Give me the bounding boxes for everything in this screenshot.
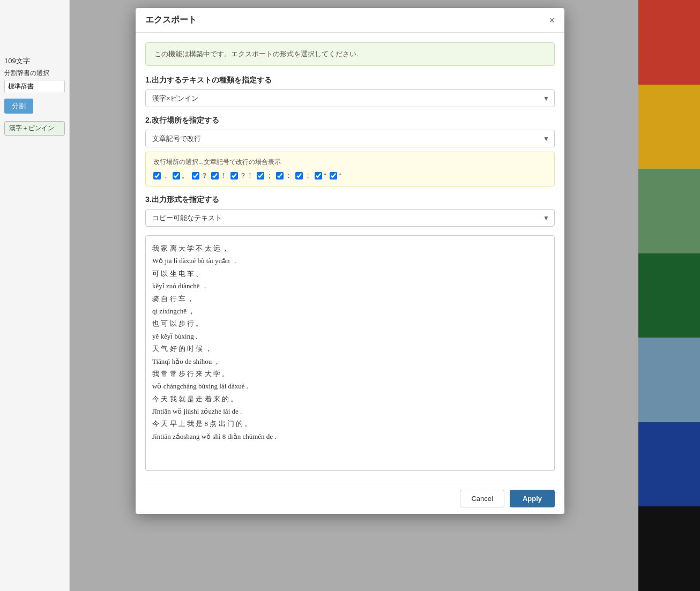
section3-label: 3.出力形式を指定する bbox=[145, 195, 555, 205]
color-bar-blue-gray bbox=[638, 338, 700, 422]
checkbox-question-exclaim-input[interactable] bbox=[230, 172, 238, 179]
checkbox-exclaim-input[interactable] bbox=[211, 172, 219, 179]
left-panel: 109文字 分割辞書の選択 標準辞書 分割 漢字＋ピンイン bbox=[0, 0, 70, 591]
color-bar-green bbox=[638, 169, 700, 253]
dict-label: 分割辞書の選択 bbox=[4, 69, 65, 78]
modal-title: エクスポート bbox=[145, 14, 197, 26]
section2-label: 2.改行場所を指定する bbox=[145, 116, 555, 125]
hint-text: 改行場所の選択...文章記号で改行の場合表示 bbox=[153, 158, 547, 167]
kanji-pinyin-tab[interactable]: 漢字＋ピンイン bbox=[4, 121, 65, 136]
color-bar-yellow bbox=[638, 85, 700, 169]
close-button[interactable]: × bbox=[549, 16, 555, 25]
checkbox-semicolon[interactable]: ； bbox=[257, 171, 273, 181]
split-button[interactable]: 分割 bbox=[4, 99, 33, 114]
checkbox-open-quote[interactable]: " bbox=[315, 172, 326, 180]
checkbox-question[interactable]: ？ bbox=[192, 171, 208, 181]
section3-select-wrapper: コピー可能なテキスト HTMLファイル テキストファイル ▼ bbox=[145, 209, 555, 227]
checkbox-touten-input[interactable] bbox=[153, 172, 161, 179]
color-bar-red bbox=[638, 0, 700, 85]
checkbox-colon[interactable]: ： bbox=[276, 171, 292, 181]
modal-header: エクスポート × bbox=[136, 8, 564, 33]
section-2: 2.改行場所を指定する 文章記号で改行 句点で改行 文末で改行 ▼ 改行場所の選… bbox=[145, 116, 555, 186]
color-bar-black bbox=[638, 506, 700, 591]
export-modal: エクスポート × この機能は構築中です。エクスポートの形式を選択してください. … bbox=[136, 8, 564, 514]
checkbox-close-quote-input[interactable] bbox=[330, 172, 337, 179]
checkbox-question-input[interactable] bbox=[192, 172, 199, 179]
section1-select-wrapper: 漢字×ピンイン 漢字のみ ピンインのみ ▼ bbox=[145, 89, 555, 107]
checkbox-touten[interactable]: ， bbox=[153, 171, 169, 181]
char-count: 109文字 bbox=[4, 56, 65, 66]
checkbox-colon-input[interactable] bbox=[276, 172, 284, 179]
color-bars bbox=[638, 0, 700, 591]
section-1: 1.出力するテキストの種類を指定する 漢字×ピンイン 漢字のみ ピンインのみ ▼ bbox=[145, 76, 555, 107]
checkbox-kuten-input[interactable] bbox=[173, 172, 180, 179]
linebreak-select[interactable]: 文章記号で改行 句点で改行 文末で改行 bbox=[145, 130, 555, 147]
info-box: この機能は構築中です。エクスポートの形式を選択してください. bbox=[145, 42, 555, 66]
section1-label: 1.出力するテキストの種類を指定する bbox=[145, 76, 555, 85]
dict-value: 標準辞書 bbox=[4, 80, 65, 93]
hint-box: 改行場所の選択...文章記号で改行の場合表示 ， 。 ？ ！ bbox=[145, 152, 555, 186]
section2-select-wrapper: 文章記号で改行 句点で改行 文末で改行 ▼ bbox=[145, 130, 555, 147]
checkbox-exclaim[interactable]: ！ bbox=[211, 171, 227, 181]
color-bar-dark-blue bbox=[638, 422, 700, 507]
checkbox-semicolon-input[interactable] bbox=[257, 172, 264, 179]
output-format-select[interactable]: コピー可能なテキスト HTMLファイル テキストファイル bbox=[145, 209, 555, 227]
section-3: 3.出力形式を指定する コピー可能なテキスト HTMLファイル テキストファイル… bbox=[145, 195, 555, 227]
checkbox-open-quote-input[interactable] bbox=[315, 172, 322, 179]
preview-textarea[interactable]: 我 家 离 大 学 不 太 远 ， Wǒ jiā lí dàxué bù tài… bbox=[145, 235, 555, 471]
checkbox-semicolon2[interactable]: ； bbox=[295, 171, 311, 181]
checkbox-semicolon2-input[interactable] bbox=[295, 172, 303, 179]
checkbox-kuten[interactable]: 。 bbox=[173, 171, 189, 181]
text-type-select[interactable]: 漢字×ピンイン 漢字のみ ピンインのみ bbox=[145, 89, 555, 107]
checkbox-close-quote[interactable]: " bbox=[330, 172, 341, 180]
color-bar-dark-green bbox=[638, 253, 700, 338]
info-text: この機能は構築中です。エクスポートの形式を選択してください. bbox=[154, 50, 359, 58]
modal-footer: Cancel Apply bbox=[136, 483, 564, 514]
apply-button[interactable]: Apply bbox=[510, 490, 555, 507]
checkboxes-row: ， 。 ？ ！ ？！ ； bbox=[153, 171, 547, 181]
modal-body: この機能は構築中です。エクスポートの形式を選択してください. 1.出力するテキス… bbox=[136, 33, 564, 483]
checkbox-question-exclaim[interactable]: ？！ bbox=[230, 171, 254, 181]
cancel-button[interactable]: Cancel bbox=[460, 490, 504, 507]
